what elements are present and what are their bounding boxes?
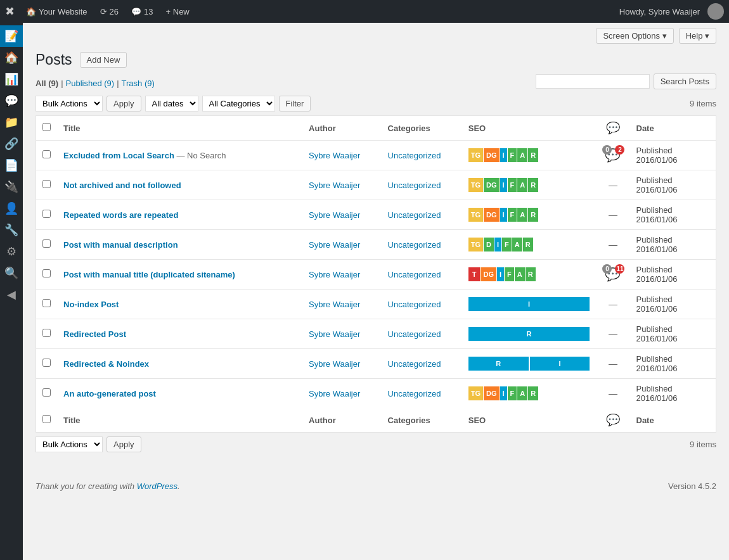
- footer-left: Thank you for creating with WordPress.: [35, 481, 180, 491]
- post-title-link[interactable]: Excluded from Local Search: [63, 151, 174, 160]
- row-checkbox[interactable]: [42, 359, 51, 367]
- post-title-link[interactable]: Redirected & Noindex: [63, 359, 149, 369]
- date-cell: Published2016/01/06: [630, 141, 716, 170]
- apply-button-top[interactable]: Apply: [106, 96, 141, 111]
- filter-button[interactable]: Filter: [279, 96, 311, 111]
- th-title[interactable]: Title: [57, 116, 302, 141]
- sidebar-item-posts[interactable]: 📝: [0, 25, 23, 47]
- select-all-checkbox-top[interactable]: [42, 123, 51, 131]
- comments-cell: —: [596, 349, 629, 379]
- title-sort-link-bottom[interactable]: Title: [63, 416, 81, 425]
- author-link[interactable]: Sybre Waaijer: [309, 210, 360, 220]
- table-row: Post with manual title (duplicated siten…: [36, 260, 716, 290]
- adminbar-new[interactable]: + New: [160, 0, 196, 23]
- date-status: Published: [636, 324, 673, 334]
- comments-cell: —: [596, 319, 629, 349]
- help-button[interactable]: Help ▾: [679, 28, 716, 44]
- seo-cell: I: [462, 290, 597, 319]
- sidebar-item-settings[interactable]: ⚙: [0, 241, 23, 262]
- post-title-link[interactable]: Post with manual title (duplicated siten…: [63, 270, 235, 279]
- sidebar-item-comments[interactable]: 💬: [0, 90, 23, 111]
- category-link[interactable]: Uncategorized: [388, 389, 441, 398]
- category-filter-select[interactable]: All Categories: [202, 96, 275, 111]
- date-value: 2016/01/06: [636, 334, 678, 343]
- adminbar-site[interactable]: 🏠 Your Website: [20, 0, 94, 23]
- row-checkbox[interactable]: [42, 180, 51, 188]
- page-header: Posts Add New: [23, 46, 729, 68]
- filter-trash[interactable]: Trash (9): [122, 79, 155, 88]
- select-all-checkbox-bottom[interactable]: [42, 415, 51, 423]
- items-count-bottom: 9 items: [690, 440, 716, 449]
- category-link[interactable]: Uncategorized: [388, 240, 441, 250]
- tf-title[interactable]: Title: [57, 408, 302, 433]
- sidebar-item-pages[interactable]: 📄: [0, 155, 23, 176]
- category-link[interactable]: Uncategorized: [388, 300, 441, 309]
- date-value: 2016/01/06: [636, 364, 678, 373]
- author-link[interactable]: Sybre Waaijer: [309, 270, 360, 279]
- sidebar-item-plugins[interactable]: 🔌: [0, 176, 23, 198]
- row-checkbox[interactable]: [42, 299, 51, 307]
- row-checkbox[interactable]: [42, 269, 51, 277]
- author-link[interactable]: Sybre Waaijer: [309, 389, 360, 398]
- search-input[interactable]: [536, 74, 650, 89]
- sidebar-item-updates[interactable]: 📊: [0, 68, 23, 90]
- sidebar-item-seo[interactable]: ◀: [0, 284, 23, 305]
- screen-options-button[interactable]: Screen Options ▾: [596, 28, 673, 44]
- post-title-link[interactable]: Post with manual description: [63, 240, 178, 250]
- row-checkbox[interactable]: [42, 239, 51, 248]
- bulk-actions-select[interactable]: Bulk Actions: [35, 96, 103, 111]
- post-title-link[interactable]: Repeated words are repeated: [63, 210, 178, 220]
- wordpress-link[interactable]: WordPress: [137, 481, 177, 491]
- filter-all-link[interactable]: All (9): [35, 79, 58, 88]
- author-link[interactable]: Sybre Waaijer: [309, 181, 360, 190]
- date-cell: Published2016/01/06: [630, 319, 716, 349]
- post-title-link[interactable]: Redirected Post: [63, 329, 126, 339]
- post-title-link[interactable]: Not archived and not followed: [63, 181, 181, 190]
- category-link[interactable]: Uncategorized: [388, 270, 441, 279]
- sidebar-item-home[interactable]: 🏠: [0, 47, 23, 68]
- row-checkbox[interactable]: [42, 388, 51, 397]
- sidebar-item-media[interactable]: 📁: [0, 111, 23, 133]
- bulk-actions-select-bottom[interactable]: Bulk Actions: [35, 436, 103, 452]
- admin-bar: ✖ 🏠 Your Website ⟳ 26 💬 13 + New Howdy, …: [0, 0, 729, 23]
- add-new-button[interactable]: Add New: [80, 52, 127, 68]
- filter-trash-link[interactable]: Trash (9): [122, 79, 155, 88]
- filter-published-link[interactable]: Published (9): [66, 79, 115, 88]
- table-row: Redirected PostSybre WaaijerUncategorize…: [36, 319, 716, 349]
- date-value: 2016/01/06: [636, 274, 678, 284]
- category-link[interactable]: Uncategorized: [388, 329, 441, 339]
- row-checkbox[interactable]: [42, 329, 51, 337]
- category-link[interactable]: Uncategorized: [388, 359, 441, 369]
- search-posts-button[interactable]: Search Posts: [654, 73, 716, 89]
- post-title-link[interactable]: No-index Post: [63, 300, 119, 309]
- row-checkbox[interactable]: [42, 150, 51, 158]
- sidebar-item-links[interactable]: 🔗: [0, 133, 23, 155]
- table-row: Excluded from Local Search — No SearchSy…: [36, 141, 716, 170]
- title-sort-link[interactable]: Title: [63, 124, 81, 133]
- author-link[interactable]: Sybre Waaijer: [309, 359, 360, 369]
- avatar[interactable]: [707, 3, 724, 20]
- adminbar-comments[interactable]: 💬 13: [125, 0, 159, 23]
- filter-published[interactable]: Published (9) |: [66, 79, 122, 88]
- sidebar-item-users[interactable]: 👤: [0, 198, 23, 219]
- category-link[interactable]: Uncategorized: [388, 210, 441, 220]
- filter-all[interactable]: All (9) |: [35, 79, 66, 88]
- post-title-link[interactable]: An auto-generated post: [63, 389, 156, 398]
- row-checkbox[interactable]: [42, 210, 51, 218]
- sidebar-item-search[interactable]: 🔍: [0, 262, 23, 284]
- date-filter-select[interactable]: All dates: [145, 96, 198, 111]
- wp-logo-icon[interactable]: ✖: [5, 4, 15, 18]
- author-link[interactable]: Sybre Waaijer: [309, 329, 360, 339]
- author-link[interactable]: Sybre Waaijer: [309, 240, 360, 250]
- date-cell: Published2016/01/06: [630, 379, 716, 409]
- category-link[interactable]: Uncategorized: [388, 181, 441, 190]
- date-value: 2016/01/06: [636, 245, 678, 254]
- author-link[interactable]: Sybre Waaijer: [309, 300, 360, 309]
- adminbar-updates[interactable]: ⟳ 26: [94, 0, 125, 23]
- seo-cell: R: [462, 319, 597, 349]
- apply-button-bottom[interactable]: Apply: [106, 436, 141, 452]
- tf-comments: 💬: [596, 408, 629, 433]
- category-link[interactable]: Uncategorized: [388, 151, 441, 160]
- author-link[interactable]: Sybre Waaijer: [309, 151, 360, 160]
- sidebar-item-tools[interactable]: 🔧: [0, 219, 23, 241]
